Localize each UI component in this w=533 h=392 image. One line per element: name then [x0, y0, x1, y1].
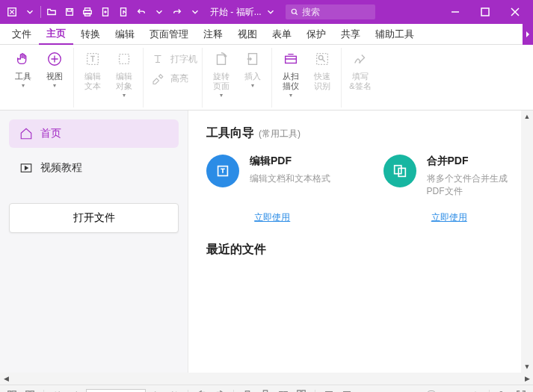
sb-thumb-icon[interactable] — [22, 388, 37, 393]
sb-rotate-right-icon[interactable] — [212, 388, 227, 393]
sb-rotate-left-icon[interactable] — [194, 388, 209, 393]
sb-facing-icon[interactable] — [276, 388, 291, 393]
menu-home[interactable]: 主页 — [39, 24, 73, 45]
sb-continuous-facing-icon[interactable] — [294, 388, 309, 393]
sb-outline-icon[interactable] — [4, 388, 19, 393]
app-title: 开始 - 福昕... — [210, 6, 262, 19]
plus-circle-icon — [45, 49, 64, 69]
horizontal-scrollbar[interactable]: ◀ ▶ — [0, 373, 533, 385]
body: 首页 视频教程 打开文件 工具向导 (常用工具) 编辑PDF 编辑文档和文本格式 — [0, 111, 533, 373]
open-file-button[interactable]: 打开文件 — [9, 203, 179, 233]
search-box[interactable] — [286, 4, 375, 19]
sidebar-item-home[interactable]: 首页 — [9, 119, 179, 148]
card-edit-pdf[interactable]: 编辑PDF 编辑文档和文本格式 — [206, 155, 339, 198]
scroll-right-icon[interactable]: ▶ — [521, 373, 533, 385]
edit-pdf-icon — [206, 155, 239, 187]
sb-first-page-icon[interactable] — [50, 388, 65, 393]
video-icon — [19, 161, 33, 175]
highlight-icon — [148, 69, 167, 88]
menu-share[interactable]: 共享 — [333, 25, 368, 44]
quick-ocr-button[interactable]: 快速 识别 — [306, 48, 338, 93]
sb-prev-page-icon[interactable] — [68, 388, 83, 393]
sb-single-page-icon[interactable] — [240, 388, 255, 393]
sb-last-page-icon[interactable] — [167, 388, 182, 393]
maximize-button[interactable] — [470, 0, 500, 24]
vertical-scrollbar[interactable]: ▲ ▼ — [521, 111, 533, 373]
sb-next-page-icon[interactable] — [149, 388, 164, 393]
sb-fit-page-icon[interactable] — [339, 388, 354, 393]
zoom-out-button[interactable] — [380, 388, 395, 393]
menu-annotate[interactable]: 注释 — [196, 25, 230, 44]
page-add-icon[interactable] — [97, 4, 114, 20]
recent-files-title: 最近的文件 — [206, 242, 515, 258]
menu-page-manage[interactable]: 页面管理 — [142, 25, 196, 44]
menubar: 文件 主页 转换 编辑 页面管理 注释 视图 表单 保护 共享 辅助工具 — [0, 24, 533, 45]
edit-use-now-link[interactable]: 立即使用 — [254, 212, 290, 223]
svg-rect-9 — [481, 8, 489, 16]
sign-icon — [351, 49, 370, 69]
search-input[interactable] — [302, 7, 362, 17]
edit-object-button[interactable]: 编辑 对象▾ — [108, 48, 140, 100]
hand-icon — [13, 49, 33, 69]
rotate-page-button[interactable]: 旋转 页面▾ — [206, 48, 237, 100]
statusbar — [0, 385, 533, 392]
title-dropdown-icon[interactable] — [262, 4, 279, 20]
svg-rect-2 — [67, 9, 71, 12]
titlebar: 开始 - 福昕... — [0, 0, 533, 24]
minimize-button[interactable] — [440, 0, 470, 24]
svg-rect-15 — [286, 56, 297, 63]
zoom-percent-icon[interactable] — [496, 388, 511, 393]
svg-rect-12 — [120, 55, 129, 64]
fullscreen-icon[interactable] — [514, 388, 529, 393]
separator — [40, 6, 41, 18]
tool-button[interactable]: 工具▾ — [7, 48, 39, 90]
card-merge-pdf[interactable]: 合并PDF 将多个文件合并生成PDF文件 — [383, 155, 516, 198]
scroll-left-icon[interactable]: ◀ — [0, 373, 12, 385]
menu-protect[interactable]: 保护 — [299, 25, 333, 44]
rotate-icon — [212, 49, 231, 69]
scroll-down-icon[interactable]: ▼ — [521, 361, 533, 373]
menu-scroll-right[interactable] — [523, 24, 533, 45]
sidebar-item-tutorial[interactable]: 视频教程 — [9, 154, 179, 182]
svg-point-8 — [292, 9, 296, 13]
undo-dropdown-icon[interactable] — [151, 4, 167, 20]
menu-file[interactable]: 文件 — [4, 25, 39, 44]
menu-form[interactable]: 表单 — [265, 25, 299, 44]
search-icon — [290, 7, 299, 16]
sb-continuous-icon[interactable] — [258, 388, 273, 393]
sb-fit-width-icon[interactable] — [321, 388, 336, 393]
merge-pdf-icon — [383, 155, 416, 187]
open-icon[interactable] — [43, 4, 60, 20]
view-button[interactable]: 视图▾ — [39, 48, 70, 90]
edit-text-button[interactable]: 编辑 文本 — [77, 48, 108, 93]
insert-button[interactable]: 插入▾ — [237, 48, 268, 90]
main-panel: 工具向导 (常用工具) 编辑PDF 编辑文档和文本格式 合并PDF 将多个文件合… — [188, 111, 533, 373]
scanner-icon — [281, 49, 301, 69]
dropdown-icon[interactable] — [22, 4, 38, 20]
close-button[interactable] — [500, 0, 530, 24]
typewriter-button[interactable]: 打字机 — [147, 51, 199, 67]
object-edit-icon — [114, 49, 134, 69]
redo-dropdown-icon[interactable] — [187, 4, 203, 20]
fill-sign-button[interactable]: 填写 &签名 — [345, 48, 376, 93]
menu-accessibility[interactable]: 辅助工具 — [368, 25, 422, 44]
page-export-icon[interactable] — [115, 4, 132, 20]
ribbon: 工具▾ 视图▾ 编辑 文本 编辑 对象▾ 打字机 高亮 旋转 页面▾ — [0, 45, 533, 111]
home-icon — [19, 127, 33, 140]
highlight-button[interactable]: 高亮 — [147, 70, 199, 87]
ocr-icon — [312, 49, 332, 69]
menu-view[interactable]: 视图 — [230, 25, 265, 44]
from-scanner-button[interactable]: 从扫 描仪▾ — [275, 48, 306, 100]
undo-icon[interactable] — [133, 4, 150, 20]
zoom-in-button[interactable] — [468, 388, 483, 393]
print-icon[interactable] — [79, 4, 96, 20]
scroll-up-icon[interactable]: ▲ — [521, 111, 533, 122]
redo-icon[interactable] — [169, 4, 185, 20]
app-menu-icon[interactable] — [4, 4, 20, 20]
text-edit-icon — [83, 49, 102, 69]
menu-edit[interactable]: 编辑 — [108, 25, 142, 44]
save-icon[interactable] — [61, 4, 78, 20]
menu-convert[interactable]: 转换 — [73, 25, 108, 44]
merge-use-now-link[interactable]: 立即使用 — [431, 212, 467, 223]
page-number-input[interactable] — [86, 389, 146, 393]
